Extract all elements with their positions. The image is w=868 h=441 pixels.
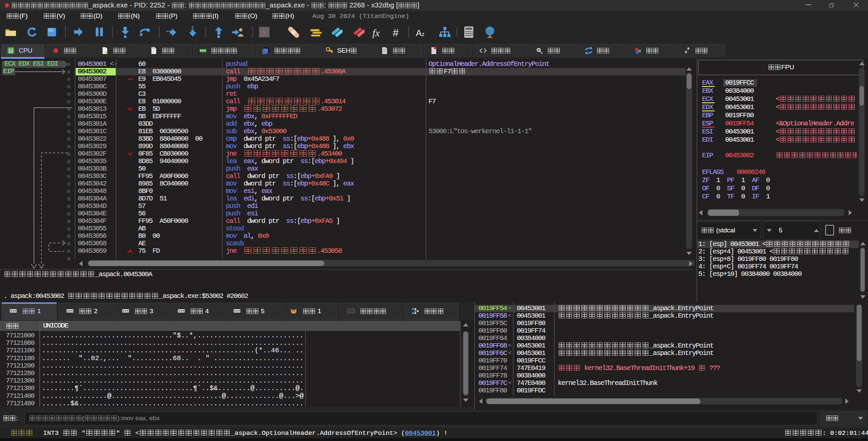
svg-text:x=: x= <box>349 309 353 313</box>
svg-text:S: S <box>262 28 266 37</box>
